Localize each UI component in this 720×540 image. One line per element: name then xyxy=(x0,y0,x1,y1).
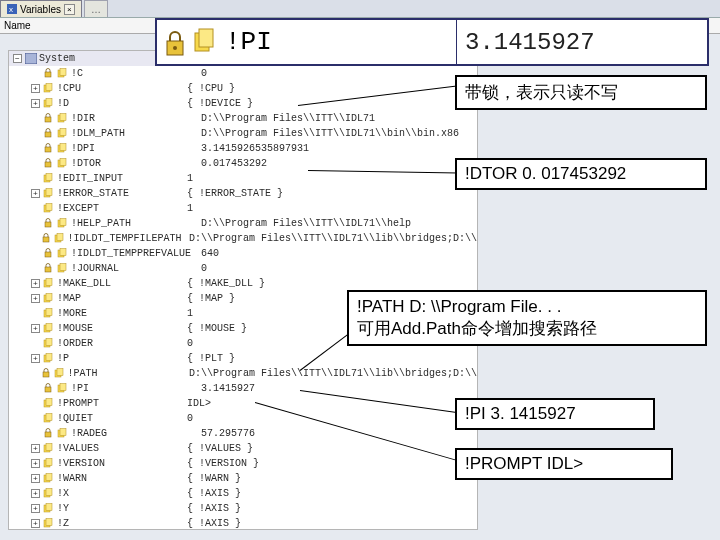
variable-name: !VERSION xyxy=(57,458,187,469)
svg-rect-38 xyxy=(45,252,51,257)
variable-icon xyxy=(43,98,54,109)
variable-row[interactable]: +!X{ !AXIS } xyxy=(9,486,477,501)
svg-rect-40 xyxy=(60,249,66,256)
variable-row[interactable]: +!ERROR_STATE{ !ERROR_STATE } xyxy=(9,186,477,201)
variable-row[interactable]: +!D{ !DEVICE } xyxy=(9,96,477,111)
variable-row[interactable]: !IDLDT_TEMPPREFVALUE640 xyxy=(9,246,477,261)
variable-row[interactable]: +!CPU{ !CPU } xyxy=(9,81,477,96)
variable-row[interactable]: !EXCEPT1 xyxy=(9,201,477,216)
expand-icon[interactable]: + xyxy=(31,444,40,453)
expand-icon[interactable]: + xyxy=(31,189,40,198)
variable-icon xyxy=(43,293,54,304)
variable-value: 3.1415927 xyxy=(201,383,477,394)
variable-row[interactable]: !DPI3.1415926535897931 xyxy=(9,141,477,156)
lock-icon xyxy=(43,263,54,274)
variable-row[interactable]: !PI3.1415927 xyxy=(9,381,477,396)
variable-row[interactable]: +!P{ !PLT } xyxy=(9,351,477,366)
svg-rect-65 xyxy=(46,414,52,421)
variable-icon xyxy=(43,458,54,469)
variable-name: !PROMPT xyxy=(57,398,187,409)
variable-icon xyxy=(54,368,64,379)
lock-icon xyxy=(43,248,54,259)
expand-icon[interactable]: + xyxy=(31,279,40,288)
expand-icon[interactable]: + xyxy=(31,519,40,528)
svg-rect-19 xyxy=(60,129,66,136)
svg-rect-70 xyxy=(46,444,52,451)
variable-name: !CPU xyxy=(57,83,187,94)
variable-icon xyxy=(43,323,54,334)
svg-rect-5 xyxy=(199,29,213,47)
callout-readonly: 带锁，表示只读不写 xyxy=(455,75,707,110)
expand-icon[interactable]: + xyxy=(31,489,40,498)
svg-point-3 xyxy=(173,46,177,50)
variable-value: D:\\Program Files\\ITT\\IDL71\\bin\\bin.… xyxy=(201,128,477,139)
variable-value: D:\\Program Files\\ITT\\IDL71 xyxy=(201,113,477,124)
expand-icon[interactable]: + xyxy=(31,294,40,303)
variable-row[interactable]: !IDLDT_TEMPFILEPATHD:\\Program Files\\IT… xyxy=(9,231,477,246)
expand-icon[interactable]: + xyxy=(31,84,40,93)
collapse-icon[interactable]: − xyxy=(13,54,22,63)
lock-icon xyxy=(161,27,189,57)
lock-icon xyxy=(43,128,54,139)
variable-icon xyxy=(57,158,68,169)
svg-rect-74 xyxy=(46,474,52,481)
svg-rect-14 xyxy=(45,117,51,122)
variable-name: !ORDER xyxy=(57,338,187,349)
variable-row[interactable]: +!Z{ !AXIS } xyxy=(9,516,477,530)
variable-icon xyxy=(57,383,68,394)
variable-row[interactable]: !JOURNAL0 xyxy=(9,261,477,276)
selected-variable-name-cell: !PI xyxy=(157,20,457,64)
expand-icon[interactable]: + xyxy=(31,474,40,483)
variable-row[interactable]: +!WARN{ !WARN } xyxy=(9,471,477,486)
svg-rect-35 xyxy=(43,237,49,242)
svg-rect-45 xyxy=(46,279,52,286)
variable-row[interactable]: !EDIT_INPUT1 xyxy=(9,171,477,186)
svg-rect-16 xyxy=(60,114,66,121)
variable-icon xyxy=(43,443,54,454)
variable-value: 1 xyxy=(187,203,477,214)
svg-rect-31 xyxy=(46,204,52,211)
tab-variables[interactable]: x Variables × xyxy=(0,0,82,17)
svg-rect-47 xyxy=(46,294,52,301)
selected-variable-value: 3.1415927 xyxy=(457,20,707,64)
expand-icon[interactable]: + xyxy=(31,504,40,513)
variable-icon xyxy=(43,413,54,424)
variable-value: 0 xyxy=(201,68,477,79)
variable-row[interactable]: +!VALUES{ !VALUES } xyxy=(9,441,477,456)
variable-row[interactable]: !RADEG57.295776 xyxy=(9,426,477,441)
variable-name: !X xyxy=(57,488,187,499)
variable-name: !VALUES xyxy=(57,443,187,454)
expand-icon[interactable]: + xyxy=(31,324,40,333)
variable-row[interactable]: !PROMPTIDL> xyxy=(9,396,477,411)
variable-row[interactable]: !C0 xyxy=(9,66,477,81)
variable-row[interactable]: !DTOR0.017453292 xyxy=(9,156,477,171)
svg-rect-68 xyxy=(60,429,66,436)
variable-row[interactable]: !DIRD:\\Program Files\\ITT\\IDL71 xyxy=(9,111,477,126)
lock-icon xyxy=(43,113,54,124)
expand-icon[interactable]: + xyxy=(31,354,40,363)
variable-row[interactable]: !PATHD:\\Program Files\\ITT\\IDL71\\lib\… xyxy=(9,366,477,381)
variable-name: !MAP xyxy=(57,293,187,304)
tab-secondary[interactable]: … xyxy=(84,0,108,17)
variable-row[interactable]: +!VERSION{ !VERSION } xyxy=(9,456,477,471)
variable-row[interactable]: +!MAKE_DLL{ !MAKE_DLL } xyxy=(9,276,477,291)
variable-row[interactable]: !QUIET0 xyxy=(9,411,477,426)
variable-icon xyxy=(43,188,54,199)
expand-icon[interactable]: + xyxy=(31,459,40,468)
tab-close-button[interactable]: × xyxy=(64,4,75,15)
variable-row[interactable]: !HELP_PATHD:\\Program Files\\ITT\\IDL71\… xyxy=(9,216,477,231)
expand-icon[interactable]: + xyxy=(31,99,40,108)
variable-row[interactable]: +!Y{ !AXIS } xyxy=(9,501,477,516)
lock-icon xyxy=(43,68,54,79)
variable-name: !MORE xyxy=(57,308,187,319)
callout-path: !PATH D: \\Program File. . . 可用Add.Path命… xyxy=(347,290,707,346)
svg-rect-72 xyxy=(46,459,52,466)
variable-icon xyxy=(43,203,54,214)
svg-rect-23 xyxy=(45,162,51,167)
variable-row[interactable]: !DLM_PATHD:\\Program Files\\ITT\\IDL71\\… xyxy=(9,126,477,141)
variable-name: !WARN xyxy=(57,473,187,484)
svg-rect-11 xyxy=(46,84,52,91)
variable-name: !MOUSE xyxy=(57,323,187,334)
svg-rect-55 xyxy=(46,354,52,361)
variable-name: !EDIT_INPUT xyxy=(57,173,187,184)
